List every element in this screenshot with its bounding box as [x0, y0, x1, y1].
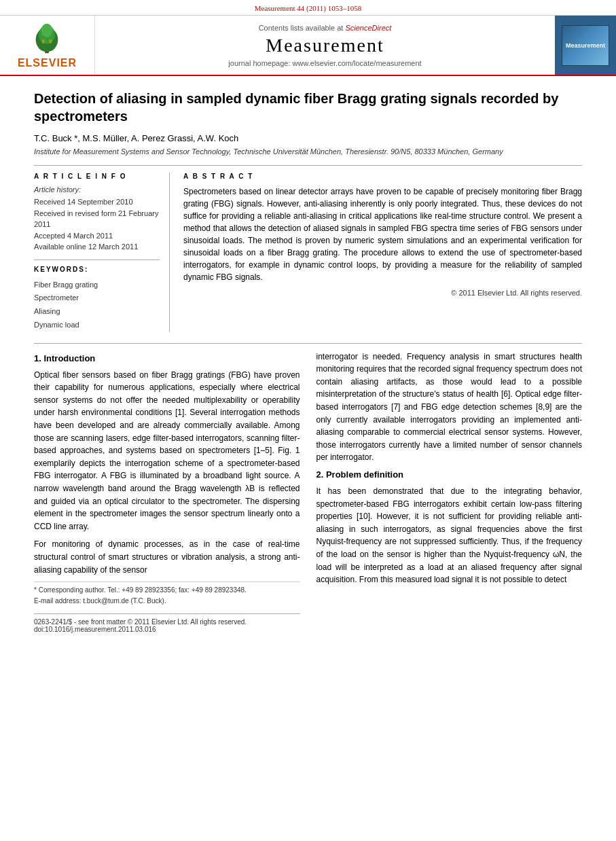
svg-rect-5	[50, 39, 52, 43]
keywords-label: Keywords:	[34, 266, 160, 273]
contents-available-text: Contents lists available at ScienceDirec…	[259, 24, 392, 32]
keyword-1: Fiber Bragg grating	[34, 279, 160, 292]
abstract-label: A B S T R A C T	[183, 173, 582, 180]
footer-line1: 0263-2241/$ - see front matter © 2011 El…	[34, 618, 300, 626]
history-item-1: Received 14 September 2010	[34, 196, 160, 208]
history-item-4: Available online 12 March 2011	[34, 241, 160, 253]
page-wrapper: Measurement 44 (2011) 1053–1058 ELSEVIER	[0, 0, 616, 647]
history-item-3: Accepted 4 March 2011	[34, 230, 160, 242]
keywords-section: Keywords: Fiber Bragg grating Spectromet…	[34, 260, 160, 332]
section2-heading: 2. Problem definition	[316, 469, 583, 480]
journal-thumbnail: Measurement	[562, 25, 609, 66]
section1-heading: 1. Introduction	[34, 353, 300, 363]
article-affiliation: Institute for Measurement Systems and Se…	[34, 147, 582, 156]
section1-col2-para1: interrogator is needed. Frequency analys…	[316, 351, 583, 464]
info-abstract-section: A R T I C L E I N F O Article history: R…	[34, 165, 582, 332]
article-content: Detection of aliasing in sampled dynamic…	[0, 76, 616, 647]
article-info-label: A R T I C L E I N F O	[34, 173, 160, 180]
section2-para1: It has been demonstrated that due to the…	[316, 485, 583, 586]
journal-title-area: Contents lists available at ScienceDirec…	[95, 16, 555, 75]
footnote-star-note: * Corresponding author. Tel.: +49 89 289…	[34, 585, 300, 596]
svg-point-3	[41, 24, 52, 37]
svg-rect-4	[42, 39, 45, 43]
body-columns: 1. Introduction Optical fiber sensors ba…	[34, 351, 582, 634]
journal-cover-thumb: Measurement	[555, 16, 616, 75]
body-left-column: 1. Introduction Optical fiber sensors ba…	[34, 351, 300, 634]
journal-ref-text: Measurement 44 (2011) 1053–1058	[255, 4, 362, 12]
publisher-logo-area: ELSEVIER	[0, 16, 95, 75]
journal-title: Measurement	[266, 35, 384, 56]
article-title: Detection of aliasing in sampled dynamic…	[34, 90, 582, 125]
section1-para1: Optical fiber sensors based on fiber Bra…	[34, 369, 300, 533]
page-footer: 0263-2241/$ - see front matter © 2011 El…	[34, 613, 300, 633]
history-item-2: Received in revised form 21 February 201…	[34, 208, 160, 230]
article-authors: T.C. Buck *, M.S. Müller, A. Perez Grass…	[34, 133, 582, 143]
journal-homepage: journal homepage: www.elsevier.com/locat…	[228, 59, 421, 67]
abstract-text: Spectrometers based on linear detector a…	[183, 185, 582, 283]
article-info-column: A R T I C L E I N F O Article history: R…	[34, 173, 170, 332]
footnote-email: E-mail address: t.buck@tum.de (T.C. Buck…	[34, 596, 300, 607]
body-separator	[34, 343, 582, 344]
copyright-line: © 2011 Elsevier Ltd. All rights reserved…	[183, 289, 582, 297]
keyword-3: Aliasing	[34, 305, 160, 319]
elsevier-tree-icon	[26, 21, 67, 55]
keyword-4: Dynamic load	[34, 319, 160, 332]
section1-para2: For monitoring of dynamic processes, as …	[34, 538, 300, 576]
elsevier-brand-text: ELSEVIER	[18, 57, 77, 69]
elsevier-logo: ELSEVIER	[18, 21, 77, 69]
article-history-label: Article history:	[34, 185, 160, 194]
body-right-column: interrogator is needed. Frequency analys…	[316, 351, 583, 634]
journal-header: ELSEVIER Contents lists available at Sci…	[0, 16, 616, 76]
journal-reference: Measurement 44 (2011) 1053–1058	[0, 0, 616, 16]
abstract-column: A B S T R A C T Spectrometers based on l…	[183, 173, 582, 332]
keyword-2: Spectrometer	[34, 291, 160, 305]
footer-line2: doi:10.1016/j.measurement.2011.03.016	[34, 626, 300, 633]
footnote-area: * Corresponding author. Tel.: +49 89 289…	[34, 581, 300, 607]
sciencedirect-link[interactable]: ScienceDirect	[345, 24, 391, 32]
